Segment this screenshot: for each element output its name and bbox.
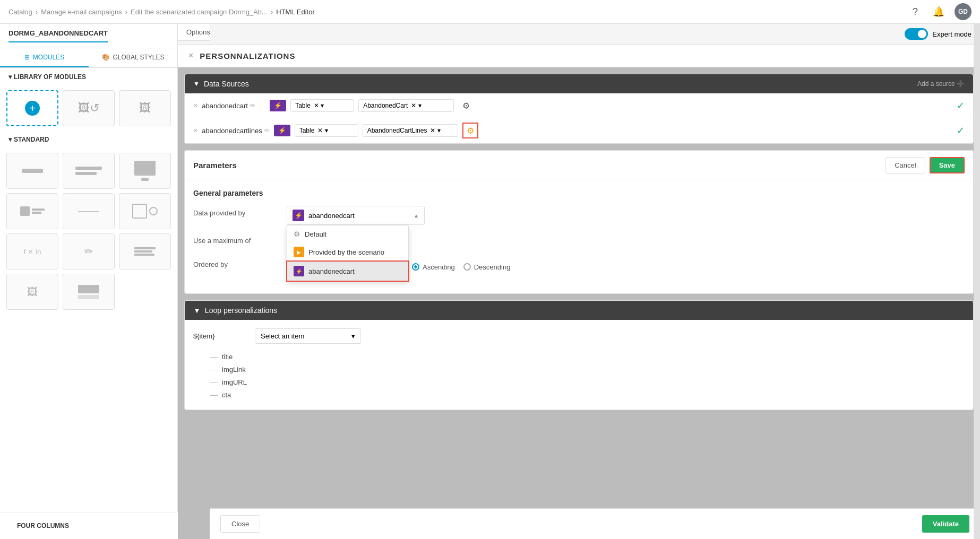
plus-icon: + <box>25 101 40 116</box>
radio-ascending[interactable]: Ascending <box>412 263 455 271</box>
top-nav: Catalog › Manage e-mail campaigns › Edit… <box>0 0 980 24</box>
data-sources-section: ▼ Data Sources Add a source ➕ × abandone… <box>184 74 974 144</box>
breadcrumb-catalog[interactable]: Catalog <box>8 8 32 16</box>
expert-mode-toggle[interactable] <box>905 28 928 40</box>
ds-gear-icon-2[interactable]: ⚙ <box>462 123 478 138</box>
save-button[interactable]: Save <box>930 157 965 173</box>
param-control-data-provided: ⚡ abandonedcart ▲ ⚙ Default <box>287 206 965 225</box>
module-img-full[interactable]: 🖼 <box>6 274 58 310</box>
tree-items: — title — imgLink — imgURL — cta <box>193 350 965 401</box>
ds-edit-icon-1[interactable]: ✏ <box>250 102 255 109</box>
module-standard-5[interactable] <box>63 193 115 229</box>
params-title: Parameters <box>193 161 237 170</box>
module-banner[interactable] <box>63 274 115 310</box>
ds-type-btn-2: ⚡ <box>274 125 290 136</box>
validate-button[interactable]: Validate <box>922 515 969 533</box>
tree-label-cta: cta <box>222 391 231 399</box>
chevron-icon-1: ✕ ▾ <box>411 102 421 109</box>
palette-icon: 🎨 <box>102 54 110 61</box>
module-text[interactable] <box>119 233 171 270</box>
standard-modules-grid: f✕in ✏ 🖼 <box>0 149 177 314</box>
loop-select-placeholder: Select an item <box>261 332 304 340</box>
tab-modules[interactable]: ⊞ MODULES <box>0 48 89 67</box>
monitor-icon <box>134 161 156 181</box>
tab-global-styles[interactable]: 🎨 GLOBAL STYLES <box>89 48 177 67</box>
modules-grid-icon: ⊞ <box>24 54 30 61</box>
banner-icon <box>78 285 99 299</box>
image-refresh-icon: 🖼↺ <box>78 101 99 115</box>
help-icon[interactable]: ? <box>908 4 923 19</box>
ds-source-dropdown-2[interactable]: AbandonedCartLines ✕ ▾ <box>363 124 458 137</box>
module-item-image[interactable]: 🖼↺ <box>63 90 115 126</box>
ds-row-abandonedcart: × abandonedcart ✏ ⚡ Table ✕ ▾ AbandonedC… <box>185 93 973 118</box>
ds-edit-icon-2[interactable]: ✏ <box>264 127 270 134</box>
module-standard-2[interactable] <box>63 153 115 189</box>
ds-close-icon-1[interactable]: × <box>193 101 197 110</box>
cancel-button[interactable]: Cancel <box>886 157 925 173</box>
ds-type-dropdown-1[interactable]: Table ✕ ▾ <box>290 99 354 112</box>
module-item-image2[interactable]: 🖼 <box>119 90 171 126</box>
chevron-down-loop: ▾ <box>351 332 355 340</box>
options-tab[interactable]: Options <box>178 24 210 41</box>
add-source-button[interactable]: Add a source ➕ <box>917 80 965 88</box>
ds-close-icon-2[interactable]: × <box>193 126 197 135</box>
ds-name-2: abandonedcartlines ✏ <box>202 127 269 135</box>
tree-label-imglink: imgLink <box>222 366 246 373</box>
breadcrumb-html-editor[interactable]: HTML Editor <box>276 8 314 16</box>
module-social[interactable]: f✕in <box>6 233 58 270</box>
dropdown-item-scenario-label: Provided by the scenario <box>308 248 384 256</box>
chevron-down-icon-1: ✕ ▾ <box>314 102 324 109</box>
sidebar-header: DORMG_ABANDONNEDCART <box>0 24 177 48</box>
tree-label-title: title <box>222 353 233 361</box>
four-columns-label: FOUR COLUMNS <box>8 518 169 534</box>
general-params-title: General parameters <box>193 189 965 197</box>
module-tools[interactable]: ✏ <box>63 233 115 270</box>
module-standard-4[interactable] <box>6 193 58 229</box>
scrollbar[interactable] <box>974 24 980 539</box>
descending-label: Descending <box>474 263 511 271</box>
add-module-button[interactable]: + <box>6 90 58 126</box>
breadcrumb-edit[interactable]: Edit the scenarizated campaign Dormg_Ab.… <box>131 8 268 16</box>
four-columns-section: FOUR COLUMNS <box>0 512 178 539</box>
chevron-icon-2: ✕ ▾ <box>430 127 440 134</box>
ds-gear-icon-1[interactable]: ⚙ <box>458 98 474 114</box>
bolt-icon-1: ⚡ <box>274 102 282 109</box>
data-provided-dropdown[interactable]: ⚡ abandonedcart ▲ <box>287 206 425 225</box>
loop-item-label: ${item} <box>193 332 246 340</box>
gear-small-icon: ⚙ <box>294 230 300 238</box>
avatar[interactable]: GD <box>955 3 972 20</box>
breadcrumb-manage[interactable]: Manage e-mail campaigns <box>41 8 122 16</box>
radio-descending-btn[interactable] <box>463 263 471 271</box>
close-button[interactable]: Close <box>220 515 260 533</box>
tab-modules-label: MODULES <box>33 54 64 61</box>
tree-item-imglink: — imgLink <box>210 363 965 376</box>
module-standard-6[interactable] <box>119 193 171 229</box>
tree-item-cta: — cta <box>210 388 965 401</box>
module-standard-3[interactable] <box>119 153 171 189</box>
tree-item-title: — title <box>210 350 965 363</box>
dropdown-item-scenario[interactable]: ▶ Provided by the scenario <box>287 242 408 262</box>
param-label-ordered: Ordered by <box>193 257 278 268</box>
tab-global-styles-label: GLOBAL STYLES <box>113 54 165 61</box>
close-icon[interactable]: × <box>188 51 193 60</box>
ds-source-dropdown-1[interactable]: AbandonedCart ✕ ▾ <box>358 99 454 112</box>
dropdown-item-default-label: Default <box>305 230 326 238</box>
ds-type-dropdown-2[interactable]: Table ✕ ▾ <box>295 124 358 137</box>
loop-item-row: ${item} Select an item ▾ <box>193 328 965 344</box>
ds-row-abandonedcartlines: × abandonedcartlines ✏ ⚡ Table ✕ ▾ Aband… <box>185 118 973 143</box>
loop-select[interactable]: Select an item ▾ <box>255 328 361 344</box>
bar-icon <box>22 169 43 173</box>
module-standard-1[interactable] <box>6 153 58 189</box>
modal-header: × PERSONNALIZATIONS <box>178 45 980 67</box>
chevron-up-icon: ▲ <box>414 213 419 219</box>
sidebar-tabs: ⊞ MODULES 🎨 GLOBAL STYLES <box>0 48 177 68</box>
dropdown-item-default[interactable]: ⚙ Default <box>287 225 408 242</box>
notification-icon[interactable]: 🔔 <box>931 4 946 19</box>
data-provided-dropdown-menu: ⚙ Default ▶ Provided by the scenario ⚡ a… <box>287 225 409 281</box>
chevron-down-icon: ▾ <box>8 73 12 81</box>
ds-check-icon-2: ✓ <box>957 125 965 136</box>
dropdown-item-abandonedcart[interactable]: ⚡ abandonedcart <box>287 262 408 281</box>
radio-ascending-btn[interactable] <box>412 263 419 271</box>
ds-type-btn-1: ⚡ <box>270 100 286 111</box>
radio-descending[interactable]: Descending <box>463 263 511 271</box>
